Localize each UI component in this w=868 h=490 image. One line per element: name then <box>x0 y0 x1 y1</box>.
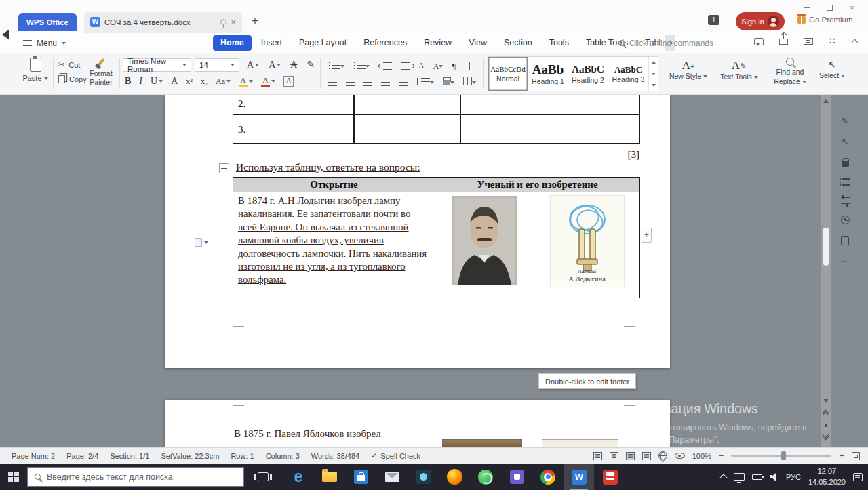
settings-sliders-icon[interactable] <box>841 197 850 204</box>
tab-tools[interactable]: Tools <box>542 35 576 51</box>
table-row-number[interactable]: 2. <box>238 98 245 110</box>
taskbar-app-green[interactable] <box>471 464 500 490</box>
strikethrough-button[interactable]: A <box>171 77 178 86</box>
change-case-button[interactable]: Aa <box>216 77 231 85</box>
format-eraser-button[interactable]: ✎ <box>307 60 315 70</box>
numbered-list-button[interactable] <box>353 60 370 72</box>
bold-button[interactable]: B <box>125 77 131 86</box>
start-button[interactable] <box>0 464 27 490</box>
print-layout-view-icon[interactable] <box>626 452 635 460</box>
taskbar-search-input[interactable] <box>47 472 237 482</box>
style-normal[interactable]: AaBbCcDd Normal <box>488 57 528 91</box>
align-center-icon[interactable] <box>346 79 355 86</box>
yablochkov-portrait-partial-image[interactable] <box>442 439 522 447</box>
scroll-up-icon[interactable] <box>823 99 829 103</box>
portrait-cell[interactable] <box>435 192 534 297</box>
language-indicator[interactable]: РУС <box>786 473 801 481</box>
numbered-answer-table[interactable]: 2. 3. <box>233 95 640 144</box>
go-premium-button[interactable]: Go Premium <box>797 16 853 24</box>
tab-page-layout[interactable]: Page Layout <box>292 35 354 51</box>
font-size-select[interactable]: 14 <box>195 58 239 72</box>
show-paragraph-marks-button[interactable]: ¶ <box>452 62 456 70</box>
notebook-icon[interactable] <box>841 236 849 245</box>
style-heading-1[interactable]: AaBb Heading 1 <box>528 57 568 91</box>
zoom-out-button[interactable]: − <box>719 451 724 460</box>
close-tab-icon[interactable]: × <box>231 18 236 26</box>
gallery-down-icon[interactable] <box>652 73 656 75</box>
eye-protection-icon[interactable] <box>675 453 685 459</box>
grow-font-button[interactable]: A <box>247 60 259 70</box>
paste-button[interactable]: Paste <box>20 58 50 82</box>
zoom-slider[interactable] <box>731 455 831 457</box>
menu-button[interactable]: Menu <box>23 36 66 50</box>
maximize-window-icon[interactable] <box>827 5 833 11</box>
battery-icon[interactable] <box>752 474 762 480</box>
wps-office-home-button[interactable]: WPS Office <box>18 13 77 31</box>
subscript-button[interactable]: x₂ <box>201 77 208 85</box>
cut-button[interactable]: ✂ Cut <box>58 60 80 69</box>
action-center-icon[interactable] <box>853 473 863 481</box>
document-page-2[interactable]: В 1875 г. Павел Яблочков изобрел <box>165 400 670 447</box>
feedback-icon[interactable] <box>754 38 764 45</box>
decrease-indent-icon[interactable] <box>383 62 392 70</box>
lock-icon[interactable] <box>842 161 849 167</box>
font-name-select[interactable]: Times New Roman <box>123 58 191 72</box>
table-move-handle[interactable] <box>219 163 229 173</box>
collapse-panel-arrow-icon[interactable] <box>2 29 9 40</box>
style-heading-2[interactable]: AaBbC Heading 2 <box>568 57 608 91</box>
taskbar-app-purple[interactable] <box>502 464 532 490</box>
select-pointer-icon[interactable]: ↖ <box>842 137 849 146</box>
new-tab-button[interactable]: + <box>252 15 258 26</box>
header-discovery[interactable]: Открытие <box>233 178 435 192</box>
browse-object-button[interactable] <box>821 424 831 427</box>
more-tools-icon[interactable]: ⋯ <box>841 257 850 266</box>
tab-review[interactable]: Review <box>416 35 459 51</box>
next-page-button[interactable] <box>821 432 831 439</box>
page2-paragraph-text[interactable]: В 1875 г. Павел Яблочков изобрел <box>234 428 381 440</box>
taskbar-app-mail[interactable] <box>377 464 407 490</box>
font-color-button[interactable]: A <box>261 77 275 87</box>
tab-home[interactable]: Home <box>213 35 252 51</box>
select-button[interactable]: ↖ Select <box>815 60 849 81</box>
borders-button[interactable] <box>463 76 476 88</box>
minimize-window-icon[interactable] <box>804 7 810 8</box>
document-tab[interactable]: W СОЧ за 4 четверть.docx × <box>84 12 242 33</box>
tab-references[interactable]: References <box>356 35 414 51</box>
taskbar-app-file-explorer[interactable] <box>315 464 344 490</box>
volume-icon[interactable] <box>770 473 778 481</box>
web-preview-icon[interactable] <box>658 451 667 460</box>
fit-page-icon[interactable] <box>852 452 860 460</box>
taskbar-app-chrome[interactable] <box>533 464 563 490</box>
text-tools-button[interactable]: A✎ Text Tools <box>717 60 761 81</box>
tab-view[interactable]: View <box>461 35 494 51</box>
header-scientist[interactable]: Ученый и его изобретение <box>435 178 639 192</box>
share-icon[interactable] <box>779 39 788 45</box>
line-spacing-button[interactable] <box>416 76 434 88</box>
format-painter-button[interactable]: Format Painter <box>85 58 117 87</box>
document-page-1[interactable]: 2. 3. [3] Используя таблицу, ответьте на… <box>165 95 670 368</box>
taskbar-app-wps-writer[interactable]: W <box>564 464 594 490</box>
apps-grid-icon[interactable] <box>829 37 837 45</box>
clock[interactable]: 12:07 14.05.2020 <box>808 466 846 487</box>
taskbar-app-photos[interactable] <box>408 464 438 490</box>
previous-page-button[interactable] <box>821 411 831 417</box>
shrink-font-button[interactable]: A <box>269 60 281 70</box>
taskbar-app-edge[interactable]: e <box>283 464 313 490</box>
lamp-cell[interactable]: лампа А.Лодыгина <box>534 192 639 297</box>
style-heading-3[interactable]: AaBbC Heading 3 <box>608 57 648 91</box>
italic-button[interactable]: I <box>139 77 142 86</box>
bullet-list-button[interactable] <box>328 60 344 72</box>
task-view-button[interactable] <box>248 464 278 490</box>
message-count-badge[interactable]: 1 <box>708 15 719 25</box>
zoom-level[interactable]: 100% <box>692 452 711 460</box>
lodygin-portrait-image[interactable] <box>452 196 517 285</box>
page-grid-icon[interactable] <box>465 62 473 70</box>
command-search-input[interactable] <box>629 39 728 48</box>
tab-section[interactable]: Section <box>496 35 540 51</box>
outline-list-icon[interactable] <box>842 178 850 186</box>
history-clock-icon[interactable] <box>841 216 850 224</box>
sign-in-button[interactable]: Sign in <box>736 12 785 30</box>
align-right-icon[interactable] <box>363 79 372 86</box>
score-label[interactable]: [3] <box>599 149 639 161</box>
new-style-button[interactable]: A+ New Style <box>669 60 708 81</box>
